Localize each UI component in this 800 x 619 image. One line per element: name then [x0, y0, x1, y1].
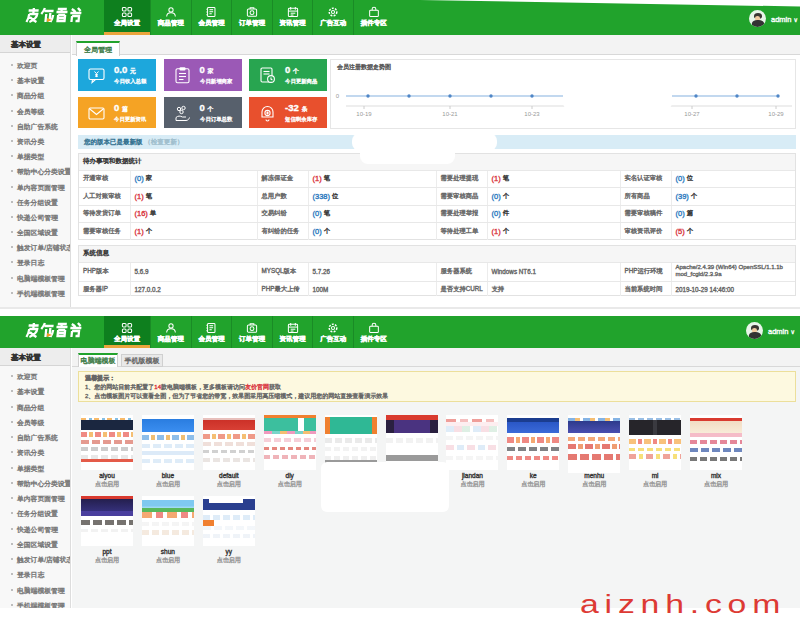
svg-text:0: 0 [336, 93, 340, 99]
svg-text:10-19: 10-19 [356, 111, 372, 117]
svg-text:10-27: 10-27 [684, 111, 700, 117]
svg-text:10-29: 10-29 [768, 111, 784, 117]
svg-text:10-23: 10-23 [524, 111, 540, 117]
svg-text:10-21: 10-21 [442, 111, 458, 117]
